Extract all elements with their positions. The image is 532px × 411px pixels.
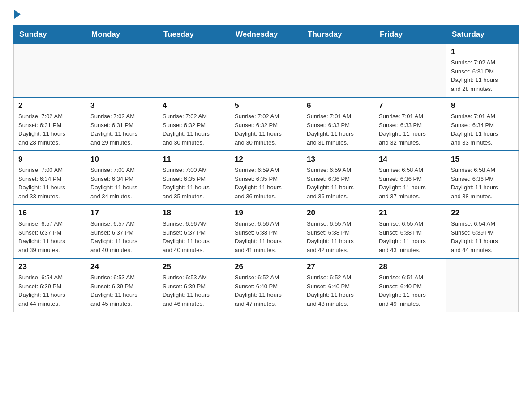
day-of-week-header: Saturday <box>446 26 519 44</box>
day-number: 24 <box>90 262 153 271</box>
day-info: Sunrise: 7:02 AM Sunset: 6:31 PM Dayligh… <box>451 58 514 93</box>
day-of-week-header: Sunday <box>14 26 86 44</box>
calendar-day-cell: 18Sunrise: 6:56 AM Sunset: 6:37 PM Dayli… <box>158 205 230 258</box>
calendar-day-cell: 23Sunrise: 6:54 AM Sunset: 6:39 PM Dayli… <box>14 258 86 312</box>
day-info: Sunrise: 6:54 AM Sunset: 6:39 PM Dayligh… <box>18 273 81 308</box>
calendar-day-cell: 9Sunrise: 7:00 AM Sunset: 6:34 PM Daylig… <box>14 151 86 205</box>
day-of-week-header: Friday <box>374 26 446 44</box>
day-info: Sunrise: 6:54 AM Sunset: 6:39 PM Dayligh… <box>451 219 514 254</box>
day-info: Sunrise: 7:02 AM Sunset: 6:32 PM Dayligh… <box>235 112 297 147</box>
day-number: 13 <box>307 155 369 164</box>
day-info: Sunrise: 7:00 AM Sunset: 6:34 PM Dayligh… <box>18 166 81 201</box>
day-number: 4 <box>163 101 225 110</box>
day-number: 8 <box>451 101 514 110</box>
calendar-day-cell: 24Sunrise: 6:53 AM Sunset: 6:39 PM Dayli… <box>86 258 158 312</box>
day-info: Sunrise: 6:53 AM Sunset: 6:39 PM Dayligh… <box>163 273 225 308</box>
calendar-day-cell: 17Sunrise: 6:57 AM Sunset: 6:37 PM Dayli… <box>86 205 158 258</box>
day-info: Sunrise: 6:58 AM Sunset: 6:36 PM Dayligh… <box>379 166 442 201</box>
day-info: Sunrise: 6:58 AM Sunset: 6:36 PM Dayligh… <box>451 166 514 201</box>
calendar-day-cell: 10Sunrise: 7:00 AM Sunset: 6:34 PM Dayli… <box>86 151 158 205</box>
day-info: Sunrise: 6:52 AM Sunset: 6:40 PM Dayligh… <box>235 273 297 308</box>
calendar-day-cell: 1Sunrise: 7:02 AM Sunset: 6:31 PM Daylig… <box>446 44 519 98</box>
day-number: 7 <box>379 101 442 110</box>
day-of-week-header: Thursday <box>302 26 374 44</box>
day-info: Sunrise: 7:02 AM Sunset: 6:31 PM Dayligh… <box>90 112 153 147</box>
day-number: 26 <box>235 262 297 271</box>
calendar-day-cell <box>86 44 158 98</box>
day-number: 1 <box>451 47 514 56</box>
day-info: Sunrise: 6:52 AM Sunset: 6:40 PM Dayligh… <box>307 273 369 308</box>
logo-arrow-icon <box>14 10 21 19</box>
calendar-day-cell: 22Sunrise: 6:54 AM Sunset: 6:39 PM Dayli… <box>446 205 519 258</box>
calendar-day-cell <box>158 44 230 98</box>
day-number: 23 <box>18 262 81 271</box>
day-number: 14 <box>379 155 442 164</box>
calendar-day-cell <box>230 44 302 98</box>
day-number: 19 <box>235 209 297 218</box>
day-info: Sunrise: 7:00 AM Sunset: 6:34 PM Dayligh… <box>90 166 153 201</box>
calendar-day-cell: 20Sunrise: 6:55 AM Sunset: 6:38 PM Dayli… <box>302 205 374 258</box>
day-info: Sunrise: 6:55 AM Sunset: 6:38 PM Dayligh… <box>379 219 442 254</box>
day-info: Sunrise: 6:59 AM Sunset: 6:36 PM Dayligh… <box>307 166 369 201</box>
calendar-day-cell: 14Sunrise: 6:58 AM Sunset: 6:36 PM Dayli… <box>374 151 446 205</box>
calendar-day-cell: 16Sunrise: 6:57 AM Sunset: 6:37 PM Dayli… <box>14 205 86 258</box>
day-number: 10 <box>90 155 153 164</box>
calendar-day-cell: 28Sunrise: 6:51 AM Sunset: 6:40 PM Dayli… <box>374 258 446 312</box>
calendar-day-cell <box>446 258 519 312</box>
calendar-week-row: 16Sunrise: 6:57 AM Sunset: 6:37 PM Dayli… <box>14 205 519 258</box>
calendar-day-cell: 5Sunrise: 7:02 AM Sunset: 6:32 PM Daylig… <box>230 97 302 151</box>
day-info: Sunrise: 6:59 AM Sunset: 6:35 PM Dayligh… <box>235 166 297 201</box>
calendar-day-cell: 27Sunrise: 6:52 AM Sunset: 6:40 PM Dayli… <box>302 258 374 312</box>
day-number: 21 <box>379 209 442 218</box>
calendar-week-row: 1Sunrise: 7:02 AM Sunset: 6:31 PM Daylig… <box>14 44 519 98</box>
day-number: 15 <box>451 155 514 164</box>
day-of-week-header: Wednesday <box>230 26 302 44</box>
day-info: Sunrise: 7:00 AM Sunset: 6:35 PM Dayligh… <box>163 166 225 201</box>
day-number: 22 <box>451 209 514 218</box>
day-number: 6 <box>307 101 369 110</box>
calendar-day-cell: 12Sunrise: 6:59 AM Sunset: 6:35 PM Dayli… <box>230 151 302 205</box>
day-info: Sunrise: 6:56 AM Sunset: 6:38 PM Dayligh… <box>235 219 297 254</box>
calendar-table: SundayMondayTuesdayWednesdayThursdayFrid… <box>13 25 519 312</box>
calendar-day-cell: 25Sunrise: 6:53 AM Sunset: 6:39 PM Dayli… <box>158 258 230 312</box>
calendar-day-cell: 2Sunrise: 7:02 AM Sunset: 6:31 PM Daylig… <box>14 97 86 151</box>
day-of-week-header: Monday <box>86 26 158 44</box>
day-info: Sunrise: 6:56 AM Sunset: 6:37 PM Dayligh… <box>163 219 225 254</box>
page-header <box>13 9 519 17</box>
day-number: 18 <box>163 209 225 218</box>
day-number: 9 <box>18 155 81 164</box>
day-number: 27 <box>307 262 369 271</box>
day-number: 12 <box>235 155 297 164</box>
calendar-day-cell <box>14 44 86 98</box>
day-info: Sunrise: 6:51 AM Sunset: 6:40 PM Dayligh… <box>379 273 442 308</box>
day-of-week-header: Tuesday <box>158 26 230 44</box>
calendar-day-cell: 21Sunrise: 6:55 AM Sunset: 6:38 PM Dayli… <box>374 205 446 258</box>
day-number: 11 <box>163 155 225 164</box>
calendar-day-cell: 19Sunrise: 6:56 AM Sunset: 6:38 PM Dayli… <box>230 205 302 258</box>
day-number: 20 <box>307 209 369 218</box>
calendar-week-row: 2Sunrise: 7:02 AM Sunset: 6:31 PM Daylig… <box>14 97 519 151</box>
day-info: Sunrise: 7:02 AM Sunset: 6:32 PM Dayligh… <box>163 112 225 147</box>
day-info: Sunrise: 7:01 AM Sunset: 6:34 PM Dayligh… <box>451 112 514 147</box>
day-info: Sunrise: 7:02 AM Sunset: 6:31 PM Dayligh… <box>18 112 81 147</box>
day-number: 5 <box>235 101 297 110</box>
day-info: Sunrise: 7:01 AM Sunset: 6:33 PM Dayligh… <box>307 112 369 147</box>
day-number: 3 <box>90 101 153 110</box>
day-number: 17 <box>90 209 153 218</box>
calendar-day-cell: 6Sunrise: 7:01 AM Sunset: 6:33 PM Daylig… <box>302 97 374 151</box>
calendar-header-row: SundayMondayTuesdayWednesdayThursdayFrid… <box>14 26 519 44</box>
logo <box>13 9 21 17</box>
calendar-day-cell: 3Sunrise: 7:02 AM Sunset: 6:31 PM Daylig… <box>86 97 158 151</box>
calendar-day-cell <box>374 44 446 98</box>
day-number: 25 <box>163 262 225 271</box>
day-info: Sunrise: 6:53 AM Sunset: 6:39 PM Dayligh… <box>90 273 153 308</box>
day-info: Sunrise: 6:55 AM Sunset: 6:38 PM Dayligh… <box>307 219 369 254</box>
calendar-day-cell: 11Sunrise: 7:00 AM Sunset: 6:35 PM Dayli… <box>158 151 230 205</box>
calendar-day-cell: 15Sunrise: 6:58 AM Sunset: 6:36 PM Dayli… <box>446 151 519 205</box>
day-number: 16 <box>18 209 81 218</box>
day-info: Sunrise: 6:57 AM Sunset: 6:37 PM Dayligh… <box>90 219 153 254</box>
calendar-day-cell: 8Sunrise: 7:01 AM Sunset: 6:34 PM Daylig… <box>446 97 519 151</box>
calendar-day-cell: 13Sunrise: 6:59 AM Sunset: 6:36 PM Dayli… <box>302 151 374 205</box>
day-info: Sunrise: 6:57 AM Sunset: 6:37 PM Dayligh… <box>18 219 81 254</box>
day-number: 2 <box>18 101 81 110</box>
